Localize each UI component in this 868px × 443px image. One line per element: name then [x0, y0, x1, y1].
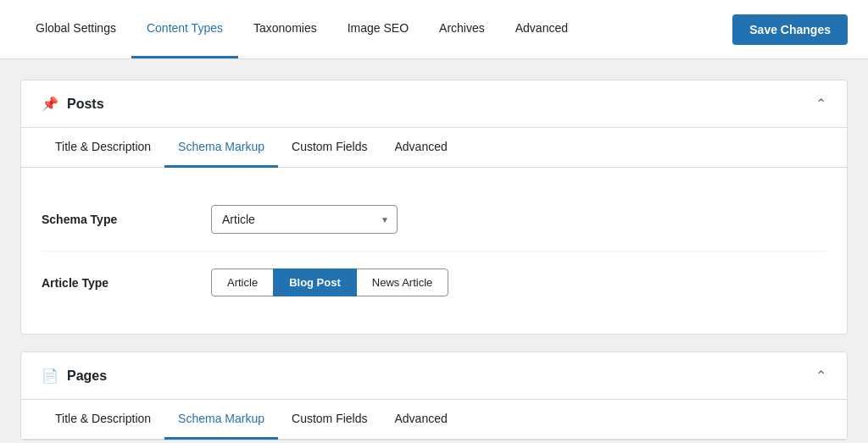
article-type-row: Article Type Article Blog Post News Arti… — [42, 252, 826, 313]
article-type-blog-post-button[interactable]: Blog Post — [273, 269, 357, 296]
schema-type-control: Article BlogPosting NewsArticle — [211, 205, 826, 234]
posts-icon: 📌 — [42, 96, 58, 112]
schema-type-label: Schema Type — [42, 213, 211, 226]
schema-type-select-wrapper: Article BlogPosting NewsArticle — [211, 205, 398, 234]
pages-tabs: Title & Description Schema Markup Custom… — [21, 400, 847, 440]
posts-section: 📌 Posts ⌃ Title & Description Schema Mar… — [20, 80, 848, 335]
tab-title-description-pages[interactable]: Title & Description — [42, 400, 164, 440]
top-navigation: Global Settings Content Types Taxonomies… — [0, 0, 868, 59]
article-type-control: Article Blog Post News Article — [211, 269, 826, 296]
article-type-article-button[interactable]: Article — [211, 269, 274, 296]
tab-advanced-pages[interactable]: Advanced — [381, 400, 460, 440]
chevron-up-icon: ⌃ — [815, 96, 826, 112]
chevron-up-icon-pages: ⌃ — [815, 368, 826, 384]
article-type-button-group: Article Blog Post News Article — [211, 269, 826, 296]
pages-collapse-button[interactable]: ⌃ — [815, 368, 826, 384]
nav-links: Global Settings Content Types Taxonomies… — [20, 0, 583, 58]
posts-section-header: 📌 Posts ⌃ — [21, 80, 847, 128]
nav-item-taxonomies[interactable]: Taxonomies — [238, 0, 332, 58]
pages-title: Pages — [67, 368, 107, 384]
pages-icon: 📄 — [42, 368, 58, 384]
nav-item-advanced[interactable]: Advanced — [500, 0, 583, 58]
tab-title-description-posts[interactable]: Title & Description — [42, 128, 164, 168]
save-changes-button[interactable]: Save Changes — [732, 14, 848, 45]
article-type-label: Article Type — [42, 276, 211, 290]
posts-tab-content: Schema Type Article BlogPosting NewsArti… — [21, 168, 847, 334]
tab-schema-markup-posts[interactable]: Schema Markup — [164, 128, 278, 168]
posts-title: Posts — [67, 97, 104, 112]
schema-type-select[interactable]: Article BlogPosting NewsArticle — [211, 205, 398, 234]
pages-header-left: 📄 Pages — [42, 368, 107, 384]
nav-item-archives[interactable]: Archives — [424, 0, 500, 58]
posts-header-left: 📌 Posts — [42, 96, 104, 112]
article-type-news-article-button[interactable]: News Article — [356, 269, 449, 296]
posts-tabs: Title & Description Schema Markup Custom… — [21, 128, 847, 168]
nav-item-global-settings[interactable]: Global Settings — [20, 0, 131, 58]
nav-item-image-seo[interactable]: Image SEO — [332, 0, 424, 58]
pages-section: 📄 Pages ⌃ Title & Description Schema Mar… — [20, 352, 848, 440]
tab-custom-fields-posts[interactable]: Custom Fields — [278, 128, 381, 168]
main-content: 📌 Posts ⌃ Title & Description Schema Mar… — [0, 59, 868, 443]
pages-section-header: 📄 Pages ⌃ — [21, 352, 847, 400]
tab-custom-fields-pages[interactable]: Custom Fields — [278, 400, 381, 440]
posts-collapse-button[interactable]: ⌃ — [815, 96, 826, 112]
tab-schema-markup-pages[interactable]: Schema Markup — [164, 400, 278, 440]
nav-item-content-types[interactable]: Content Types — [131, 0, 238, 58]
schema-type-row: Schema Type Article BlogPosting NewsArti… — [42, 188, 826, 252]
tab-advanced-posts[interactable]: Advanced — [381, 128, 460, 168]
